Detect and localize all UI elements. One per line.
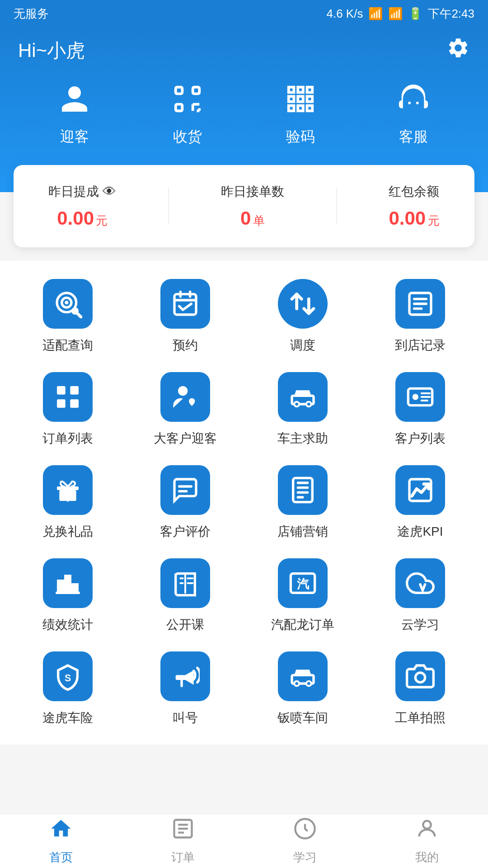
stat-commission-value: 0.00 — [57, 208, 94, 229]
stat-redpacket: 红包余额 0.00 元 — [389, 183, 439, 229]
svg-line-57 — [422, 585, 425, 590]
svg-rect-10 — [307, 106, 313, 111]
svg-rect-2 — [176, 104, 183, 111]
grid-item-gift[interactable]: 兑换礼品 — [14, 465, 122, 540]
nav-item-mine[interactable]: 我的 — [366, 817, 488, 865]
svg-rect-9 — [289, 106, 294, 111]
person-icon — [59, 83, 90, 120]
svg-point-36 — [306, 402, 311, 407]
grid-label-qipeilong: 汽配龙订单 — [271, 616, 334, 633]
svg-text:?: ? — [301, 396, 305, 403]
svg-point-39 — [413, 394, 418, 400]
quick-item-receive[interactable]: 收货 — [172, 83, 203, 147]
stat-redpacket-unit: 元 — [428, 214, 440, 227]
grid-label-marketing: 店铺营销 — [277, 523, 328, 540]
grid-item-kpi[interactable]: 途虎KPI — [366, 465, 474, 540]
svg-rect-31 — [57, 399, 66, 408]
grid-label-customerlist: 客户列表 — [395, 430, 446, 447]
grid-item-insurance[interactable]: S 途虎车险 — [14, 651, 122, 726]
quick-item-welcome[interactable]: 迎客 — [59, 83, 90, 147]
grid-item-qipeilong[interactable]: 汽 汽配龙订单 — [249, 558, 357, 633]
greeting-text: Hi~小虎 — [18, 38, 85, 63]
grid-item-vip[interactable]: 大客户迎客 — [131, 372, 239, 447]
nav-label-home: 首页 — [49, 849, 73, 865]
status-carrier: 无服务 — [14, 6, 49, 22]
grid-item-visit[interactable]: 到店记录 — [366, 279, 474, 354]
person-heart-icon — [160, 372, 210, 422]
nav-item-orders[interactable]: 订单 — [122, 817, 244, 865]
nav-label-study: 学习 — [293, 849, 317, 865]
svg-point-64 — [415, 673, 425, 682]
stat-commission-label: 昨日提成 — [48, 183, 99, 200]
grid-item-orderlist[interactable]: 订单列表 — [14, 372, 122, 447]
svg-rect-15 — [298, 96, 303, 102]
grid-label-vip: 大客户迎客 — [154, 430, 217, 447]
grid-label-appointment: 预约 — [173, 337, 198, 354]
svg-point-35 — [294, 402, 299, 407]
list-icon — [395, 279, 445, 329]
grid-item-fitment[interactable]: 适配查询 — [14, 279, 122, 354]
stat-divider-2 — [336, 188, 337, 224]
gift-icon — [43, 465, 93, 515]
grid-item-cloudstudy[interactable]: 云学习 — [366, 558, 474, 633]
nav-label-mine: 我的 — [415, 849, 439, 865]
grid-item-performance[interactable]: 绩效统计 — [14, 558, 122, 633]
grid-item-photo[interactable]: 工单拍照 — [366, 651, 474, 726]
svg-point-70 — [423, 821, 431, 829]
study-nav-icon — [293, 817, 317, 846]
exchange-icon — [278, 279, 328, 329]
target-icon — [43, 279, 93, 329]
svg-rect-12 — [298, 106, 303, 111]
grid-label-visit: 到店记录 — [395, 337, 446, 354]
grid-item-callnumber[interactable]: 叫号 — [131, 651, 239, 726]
svg-rect-14 — [307, 96, 313, 102]
nav-item-study[interactable]: 学习 — [244, 817, 366, 865]
stat-orders-label: 昨日接单数 — [221, 183, 284, 200]
quick-label-service: 客服 — [399, 127, 428, 147]
grid-item-customerlist[interactable]: 客户列表 — [366, 372, 474, 447]
grid-item-carhelp[interactable]: ? 车主求助 — [249, 372, 357, 447]
grid-label-insurance: 途虎车险 — [42, 709, 93, 726]
quick-item-verify[interactable]: 验码 — [285, 83, 316, 147]
grid-item-opencourse[interactable]: 公开课 — [131, 558, 239, 633]
headset-icon — [398, 83, 429, 120]
car-text-icon: 汽 — [278, 558, 328, 608]
grid-item-appointment[interactable]: 预约 — [131, 279, 239, 354]
camera-icon — [395, 651, 445, 701]
grid-label-photo: 工单拍照 — [395, 709, 446, 726]
quick-label-verify: 验码 — [286, 127, 315, 147]
grid-item-marketing[interactable]: 店铺营销 — [249, 465, 357, 540]
grid-item-review[interactable]: 客户评价 — [131, 465, 239, 540]
calendar-icon — [160, 279, 210, 329]
quick-label-welcome: 迎客 — [60, 127, 89, 147]
cloud-pencil-icon — [395, 558, 445, 608]
home-icon — [49, 817, 73, 846]
car-question-icon: ? — [278, 372, 328, 422]
stat-commission-unit: 元 — [96, 214, 108, 227]
bottom-nav: 首页 订单 学习 我的 — [0, 814, 488, 868]
quick-menu: 迎客 收货 — [18, 83, 470, 147]
grid-item-bodyshop[interactable]: 钣喷车间 — [249, 651, 357, 726]
svg-line-20 — [77, 313, 81, 317]
svg-rect-21 — [174, 294, 196, 315]
quick-item-service[interactable]: 客服 — [398, 83, 429, 147]
nav-item-home[interactable]: 首页 — [0, 817, 122, 865]
settings-icon[interactable] — [446, 36, 470, 65]
grid-label-review: 客户评价 — [160, 523, 211, 540]
scan-icon — [172, 83, 203, 120]
nav-label-orders: 订单 — [171, 849, 195, 865]
stat-redpacket-label: 红包余额 — [389, 183, 439, 200]
svg-rect-0 — [176, 87, 183, 94]
trend-icon — [395, 465, 445, 515]
svg-point-61 — [294, 681, 299, 686]
svg-rect-32 — [70, 399, 79, 408]
grid-label-bodyshop: 钣喷车间 — [277, 709, 328, 726]
status-right-info: 4.6 K/s 📶 📶 🔋 下午2:43 — [326, 6, 474, 22]
bar-chart-icon — [43, 558, 93, 608]
shield-s-icon: S — [43, 651, 93, 701]
grid-label-kpi: 途虎KPI — [397, 523, 443, 540]
eye-icon[interactable]: 👁 — [103, 184, 116, 199]
grid-label-carhelp: 车主求助 — [277, 430, 328, 447]
grid-item-dispatch[interactable]: 调度 — [249, 279, 357, 354]
svg-rect-30 — [70, 386, 79, 395]
